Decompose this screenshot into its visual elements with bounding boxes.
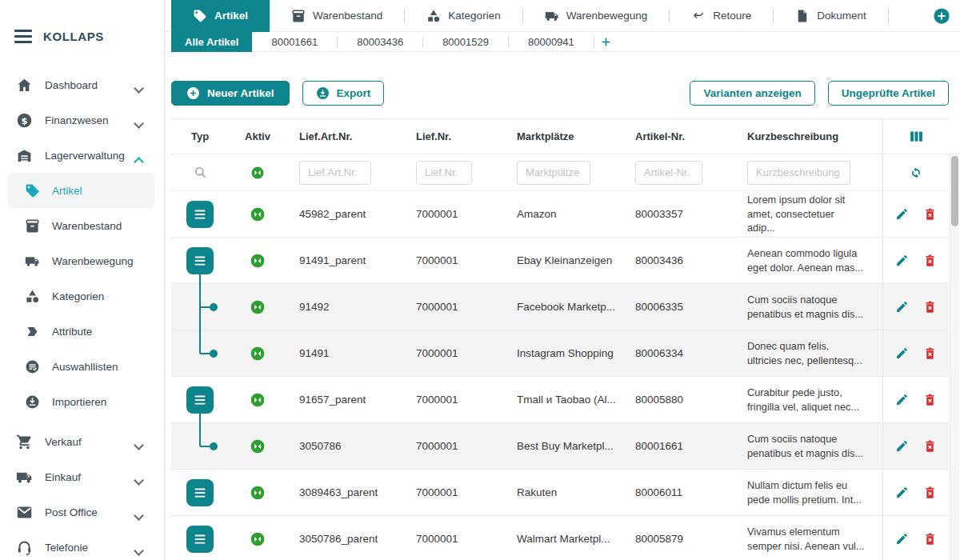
add-subtab-button[interactable]: [594, 32, 618, 52]
tab-warenbestand[interactable]: Warenbestand: [270, 0, 404, 32]
pencil-icon: [895, 207, 909, 221]
delete-button[interactable]: [923, 439, 937, 453]
filter-lief-nr-input[interactable]: [416, 161, 472, 185]
sidebar-item-artikel[interactable]: Artikel: [8, 173, 154, 208]
sidebar-item-post-office[interactable]: Post Office: [0, 494, 164, 530]
trash-icon: [923, 346, 937, 360]
subtab-80003436[interactable]: 80003436: [338, 32, 422, 52]
filter-lief-art-nr-input[interactable]: [299, 161, 371, 185]
edit-button[interactable]: [895, 254, 909, 267]
column-header-lief-nr: Lief.Nr.: [403, 119, 504, 154]
pencil-icon: [895, 254, 909, 267]
edit-button[interactable]: [895, 207, 909, 221]
box-icon: [25, 218, 40, 234]
main-area: Artikel Warenbestand Kategorien Warenbew…: [165, 0, 960, 560]
edit-button[interactable]: [895, 346, 909, 360]
edit-button[interactable]: [895, 486, 909, 499]
tab-artikel[interactable]: Artikel: [171, 0, 270, 32]
sidebar-item-dashboard[interactable]: Dashboard: [0, 67, 164, 102]
tab-retoure[interactable]: Retoure: [670, 0, 773, 32]
tree-node-dot: [210, 350, 218, 358]
tab-label: Warenbestand: [313, 10, 382, 22]
delete-button[interactable]: [923, 346, 937, 360]
tab-warenbewegung[interactable]: Warenbewegung: [523, 0, 670, 32]
vertical-scrollbar-thumb[interactable]: [951, 156, 958, 226]
sidebar-item-verkauf[interactable]: Verkauf: [0, 424, 164, 459]
aktiv-filter-toggle[interactable]: [250, 166, 265, 180]
subtab-80001529[interactable]: 80001529: [423, 32, 508, 52]
chevron-down-icon: [135, 442, 142, 448]
filter-artikel-nr-input[interactable]: [635, 161, 702, 185]
sidebar-item-label: Warenbewegung: [52, 255, 134, 267]
filter-marktplaetze-input[interactable]: [517, 161, 590, 185]
delete-button[interactable]: [923, 393, 937, 406]
sidebar-item-lagerverwaltung[interactable]: Lagerverwaltung: [0, 138, 164, 173]
new-article-button[interactable]: Neuer Artikel: [171, 81, 290, 106]
edit-button[interactable]: [895, 300, 909, 314]
sidebar-header: KOLLAPS: [0, 22, 164, 50]
tab-dokument[interactable]: Dokument: [774, 0, 888, 32]
sidebar-item-warenbestand[interactable]: Warenbestand: [0, 208, 164, 243]
trash-icon: [923, 300, 937, 314]
active-status-icon: [250, 392, 266, 408]
unchecked-articles-button[interactable]: Ungeprüfte Artikel: [828, 81, 949, 106]
type-filter-button[interactable]: [193, 165, 208, 180]
tree-node-dot: [210, 442, 218, 450]
hamburger-menu-icon[interactable]: [14, 30, 32, 43]
plus-icon: [600, 36, 612, 48]
lief-nr-cell: 7000001: [403, 330, 504, 376]
active-status-icon: [250, 485, 266, 501]
table-row[interactable]: 3089463_parent 7000001 Rakuten 80006011 …: [171, 470, 949, 516]
table-row[interactable]: 45982_parent 7000001 Amazon 80003357 Lor…: [171, 191, 949, 238]
delete-button[interactable]: [923, 207, 937, 221]
filter-kurzbeschreibung-input[interactable]: [747, 161, 850, 185]
delete-button[interactable]: [923, 300, 937, 314]
edit-button[interactable]: [895, 393, 909, 406]
delete-button[interactable]: [923, 532, 937, 546]
pencil-icon: [895, 439, 909, 453]
delete-button[interactable]: [923, 254, 937, 267]
table-row[interactable]: 91657_parent 7000001 Tmall и Taobao (Al.…: [171, 377, 949, 423]
kurzbeschreibung-cell: Aenean commodo ligula eget dolor. Aenean…: [734, 238, 882, 283]
sidebar-item-importieren[interactable]: Importieren: [0, 384, 164, 419]
artikel-nr-cell: 80005880: [622, 377, 734, 422]
lief-nr-cell: 7000001: [403, 470, 504, 515]
refresh-button[interactable]: [908, 165, 924, 181]
subtab-80001661[interactable]: 80001661: [252, 32, 337, 52]
table-header-row: Typ Aktiv Lief.Art.Nr. Lief.Nr. Marktplä…: [171, 119, 949, 154]
export-button[interactable]: Export: [302, 81, 385, 106]
marktplaetze-cell: Facebook Marketp...: [504, 284, 622, 330]
table-row[interactable]: 91491_parent 7000001 Ebay Kleinanzeigen …: [171, 238, 949, 284]
sidebar-item-attribute[interactable]: Attribute: [0, 314, 164, 349]
sidebar-item-auswahllisten[interactable]: Auswahllisten: [0, 349, 164, 384]
add-module-button[interactable]: [933, 7, 950, 25]
trash-icon: [923, 393, 937, 406]
sidebar-item-label: Attribute: [52, 326, 92, 338]
sidebar-item-finanzwesen[interactable]: Finanzwesen: [0, 102, 164, 138]
table-row[interactable]: 91492 7000001 Facebook Marketp... 800063…: [171, 284, 949, 330]
table-row[interactable]: 3050786_parent 7000001 Walmart Marketpl.…: [171, 516, 949, 560]
lief-nr-cell: 7000001: [403, 191, 504, 237]
table-row[interactable]: 3050786 7000001 Best Buy Marketpl... 800…: [171, 423, 949, 470]
sidebar-item-label: Auswahllisten: [52, 361, 118, 373]
column-settings-button[interactable]: [908, 128, 925, 145]
tab-kategorien[interactable]: Kategorien: [405, 0, 522, 32]
show-variants-button[interactable]: Varianten anzeigen: [690, 81, 814, 106]
edit-button[interactable]: [895, 439, 909, 453]
trash-icon: [923, 254, 937, 267]
edit-button[interactable]: [895, 532, 909, 546]
delete-button[interactable]: [923, 486, 937, 499]
sidebar-item-label: Warenbestand: [52, 220, 122, 232]
subtab-80000941[interactable]: 80000941: [509, 32, 594, 52]
document-icon: [795, 9, 810, 23]
subtab-alle-artikel[interactable]: Alle Artikel: [171, 32, 252, 52]
download-circle-icon: [316, 86, 330, 100]
column-header-kurzbeschreibung: Kurzbeschreibung: [734, 119, 882, 154]
trash-icon: [923, 532, 937, 546]
sidebar-item-telefonie[interactable]: Telefonie: [0, 530, 164, 560]
table-row[interactable]: 91491 7000001 Instagram Shopping 8000633…: [171, 330, 949, 377]
sidebar-item-einkauf[interactable]: Einkauf: [0, 459, 164, 494]
sidebar-item-label: Post Office: [45, 506, 98, 518]
sidebar-item-warenbewegung[interactable]: Warenbewegung: [0, 243, 164, 278]
sidebar-item-kategorien[interactable]: Kategorien: [0, 278, 164, 314]
